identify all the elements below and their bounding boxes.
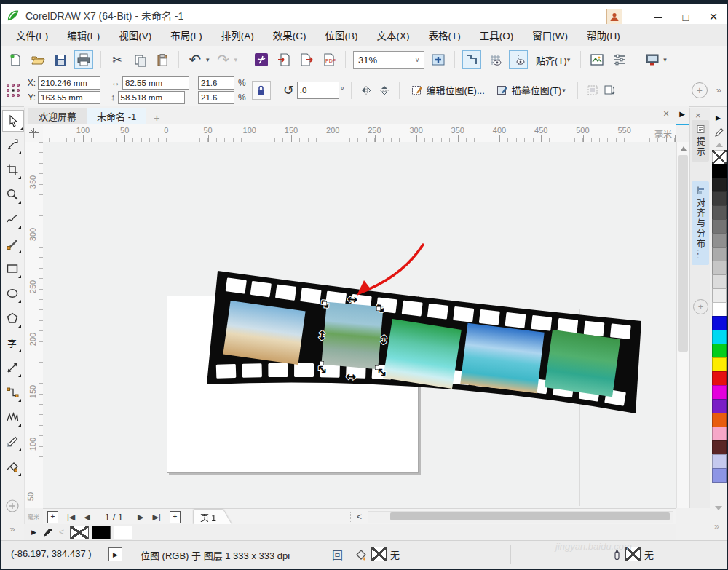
palette-swatch-#ececec[interactable] [712, 288, 727, 303]
palette-swatch-#e85d10[interactable] [712, 413, 727, 427]
palette-swatch-#e400dd[interactable] [712, 385, 727, 400]
add-tool-button[interactable] [3, 496, 22, 516]
redo-dropdown[interactable]: ▾ [234, 56, 238, 63]
palette-swatch-#5b2626[interactable] [712, 440, 727, 455]
add-page-before-button[interactable]: + [47, 511, 58, 523]
palette-swatch-#c6c6c6[interactable] [712, 261, 727, 275]
palette-row-flyout-icon[interactable]: ▶ [31, 529, 36, 536]
tool-shape[interactable] [3, 135, 22, 155]
wrap-text-button[interactable] [601, 82, 619, 99]
black-color-well[interactable] [92, 526, 111, 539]
full-screen-preview-button[interactable] [430, 51, 447, 68]
tool-parallel-dimension[interactable] [3, 357, 22, 378]
scale-x-input[interactable]: 21.6 [198, 76, 234, 90]
palette-swatch-none[interactable] [712, 150, 727, 165]
scroll-up-arrow-icon[interactable] [681, 146, 687, 151]
object-width-input[interactable]: 82.55 mm [122, 76, 189, 90]
horizontal-ruler[interactable]: 毫米 1005005010015020025030035040045050055… [43, 124, 676, 143]
filmstrip-photo-4[interactable] [460, 323, 544, 393]
tab-welcome-screen[interactable]: 欢迎屏幕 [28, 108, 87, 124]
fill-none-swatch[interactable] [371, 547, 387, 561]
menu-item-6[interactable]: 效果(C) [264, 24, 316, 46]
horizontal-scroll-thumb[interactable] [390, 512, 670, 520]
publish-pdf-button[interactable]: PDF [320, 51, 338, 68]
mirror-vertical-button[interactable] [376, 82, 393, 99]
menu-item-11[interactable]: 窗口(W) [523, 24, 577, 46]
coordinates-flyout-button[interactable]: ▶ [108, 547, 122, 561]
undo-dropdown[interactable]: ▾ [206, 56, 210, 63]
palette-swatch-#747474[interactable] [712, 219, 727, 234]
tool-text[interactable]: 字 [3, 333, 22, 353]
add-docker-button[interactable]: + [693, 299, 708, 314]
print-button[interactable] [74, 50, 93, 69]
palette-swatch-#585858[interactable] [712, 205, 727, 220]
previous-page-button[interactable]: ◀ [84, 512, 90, 522]
tool-rectangle[interactable] [3, 258, 22, 279]
trace-bitmap-button[interactable]: 描摹位图(T) ▾ [491, 81, 571, 99]
close-document-icon[interactable]: × [663, 108, 669, 119]
menu-item-1[interactable]: 文件(F) [7, 24, 58, 46]
object-position-grid-icon[interactable] [5, 82, 21, 98]
show-rulers-button[interactable] [462, 50, 481, 69]
document-page[interactable] [167, 296, 419, 473]
zoom-level-select[interactable]: 31% ˅ [353, 51, 424, 69]
palette-scroll-up-icon[interactable] [716, 143, 723, 147]
tool-zoom[interactable] [3, 184, 22, 205]
menu-item-8[interactable]: 文本(X) [368, 24, 419, 46]
palette-swatch-#00d9f2[interactable] [712, 330, 727, 344]
save-button[interactable] [52, 51, 69, 68]
scroll-left-arrow[interactable]: < [350, 512, 368, 522]
tool-crop[interactable] [3, 159, 22, 180]
show-grid-button[interactable] [486, 51, 504, 68]
palette-swatch-#fdec00[interactable] [712, 357, 727, 372]
docker-tab-align-distribute[interactable]: 对齐与分布... [692, 181, 709, 265]
tab-untitled-1[interactable]: 未命名 -1 [87, 108, 146, 124]
wells-scroll-left-icon[interactable]: < [59, 527, 64, 537]
tool-connector[interactable] [3, 382, 22, 403]
palette-swatch-#8d95e5[interactable] [712, 468, 727, 483]
tool-distort[interactable] [3, 407, 22, 427]
welcome-screen-button[interactable] [588, 51, 606, 68]
application-launcher-button[interactable] [644, 51, 661, 68]
launcher-dropdown[interactable]: ▾ [663, 56, 667, 63]
vertical-ruler[interactable]: 35030025020015010050 [24, 142, 44, 508]
next-page-button[interactable]: ▶ [138, 512, 143, 522]
snap-to-menu[interactable]: 贴齐(T) ▾ [533, 53, 573, 67]
page-1-tab[interactable]: 页 1 [194, 510, 232, 524]
vertical-scroll-thumb[interactable] [678, 155, 688, 352]
no-color-well[interactable] [70, 526, 89, 539]
toolbox-expand-button[interactable]: » [1, 523, 24, 534]
palette-swatch-#f6a7c8[interactable] [712, 427, 727, 441]
redo-button[interactable]: ↷ [215, 51, 232, 68]
new-document-tab-button[interactable]: + [146, 112, 167, 124]
search-content-button[interactable] [253, 51, 270, 68]
docker-tab-hints[interactable]: 提示 [692, 120, 709, 162]
expand-property-bar[interactable]: » [716, 84, 721, 95]
eyedropper-icon[interactable] [42, 527, 53, 538]
tool-freehand[interactable] [3, 209, 22, 229]
palette-swatch-#0b0bdd[interactable] [712, 316, 727, 330]
menu-item-12[interactable]: 帮助(H) [577, 24, 630, 46]
paste-button[interactable] [154, 51, 171, 68]
y-position-input[interactable]: 163.55 mm [38, 91, 100, 104]
export-button[interactable] [298, 51, 315, 68]
add-page-after-button[interactable]: + [170, 511, 181, 523]
ruler-origin-button[interactable] [24, 124, 43, 142]
tool-artistic-media[interactable] [3, 234, 22, 254]
palette-swatch-#3c3c3c[interactable] [712, 191, 727, 206]
white-color-well[interactable] [114, 526, 132, 539]
show-guidelines-button[interactable] [509, 50, 528, 69]
palette-swatch-#06cd1d[interactable] [712, 344, 727, 358]
open-button[interactable] [29, 51, 47, 68]
menu-item-9[interactable]: 表格(T) [419, 24, 470, 46]
tool-ellipse[interactable] [3, 283, 22, 304]
vertical-scrollbar[interactable] [676, 142, 690, 508]
menu-item-7[interactable]: 位图(B) [316, 24, 368, 46]
palette-swatch-#7a1fc6[interactable] [712, 399, 727, 413]
tool-pick[interactable] [2, 110, 24, 132]
menu-item-5[interactable]: 排列(A) [212, 24, 264, 46]
palette-scroll-down-icon[interactable] [715, 506, 722, 510]
menu-item-2[interactable]: 编辑(E) [58, 24, 109, 46]
mirror-horizontal-button[interactable] [358, 82, 376, 99]
first-page-button[interactable]: |◀ [67, 512, 75, 522]
